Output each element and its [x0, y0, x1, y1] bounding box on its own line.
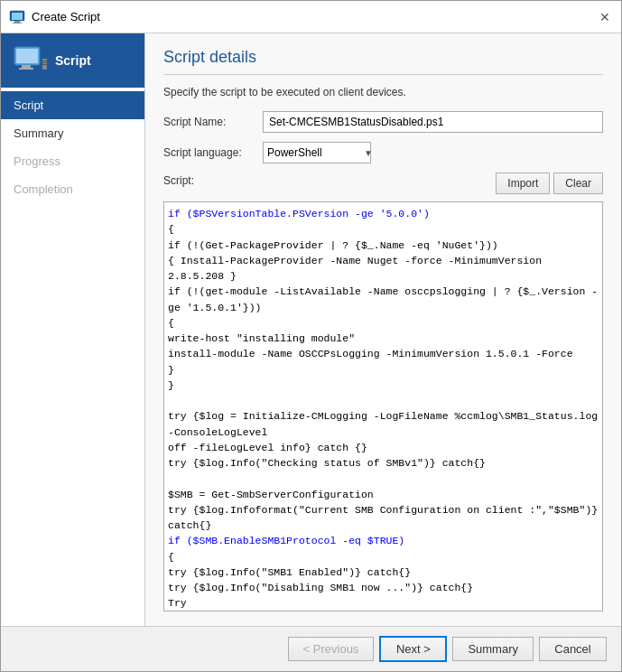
script-language-wrapper: PowerShell ▼ [263, 142, 603, 163]
script-textarea-wrapper: if ($PSVersionTable.PSVersion -ge '5.0.0… [163, 201, 603, 611]
script-buttons: Import Clear [496, 173, 603, 194]
main-content: Script details Specify the script to be … [145, 33, 621, 626]
sidebar-nav: Script Summary Progress Completion [1, 88, 144, 626]
svg-rect-6 [22, 65, 31, 68]
sidebar-item-summary[interactable]: Summary [1, 119, 144, 147]
sidebar-item-progress: Progress [1, 147, 144, 175]
svg-rect-5 [16, 49, 38, 63]
script-name-label: Script Name: [163, 116, 263, 128]
script-header-row: Script: Import Clear [163, 173, 603, 198]
script-name-input[interactable] [263, 111, 603, 133]
cancel-button[interactable]: Cancel [539, 637, 607, 661]
sidebar-item-completion: Completion [1, 175, 144, 203]
svg-rect-2 [14, 21, 20, 23]
window-title: Create Script [32, 10, 596, 23]
script-name-row: Script Name: [163, 111, 603, 133]
sidebar: Script Script Summary Progress Completio… [1, 33, 145, 626]
svg-rect-9 [42, 61, 47, 61]
window-icon [8, 8, 26, 26]
content-subtitle: Specify the script to be executed on cli… [163, 86, 603, 98]
import-button[interactable]: Import [496, 173, 550, 194]
sidebar-item-script[interactable]: Script [1, 91, 144, 119]
script-language-select[interactable]: PowerShell [263, 142, 371, 163]
sidebar-header: Script [1, 33, 144, 88]
previous-button[interactable]: < Previous [288, 637, 375, 661]
footer: < Previous Next > Summary Cancel [1, 626, 621, 671]
title-bar: Create Script ✕ [1, 1, 621, 33]
sidebar-header-title: Script [55, 53, 91, 68]
script-code-area[interactable]: if ($PSVersionTable.PSVersion -ge '5.0.0… [163, 201, 603, 611]
script-label: Script: [163, 173, 263, 187]
script-language-row: Script language: PowerShell ▼ [163, 142, 603, 163]
close-button[interactable]: ✕ [596, 8, 614, 26]
svg-rect-3 [13, 23, 22, 23]
summary-button[interactable]: Summary [452, 637, 534, 661]
sidebar-computer-icon [12, 42, 48, 79]
clear-button[interactable]: Clear [553, 173, 603, 194]
main-layout: Script Script Summary Progress Completio… [1, 33, 621, 626]
svg-rect-10 [42, 62, 47, 63]
script-language-label: Script language: [163, 146, 263, 159]
svg-rect-7 [19, 68, 33, 70]
svg-rect-1 [12, 13, 23, 20]
next-button[interactable]: Next > [379, 636, 447, 662]
create-script-window: Create Script ✕ Script [0, 0, 622, 672]
svg-rect-11 [42, 64, 47, 65]
content-title: Script details [163, 48, 603, 75]
